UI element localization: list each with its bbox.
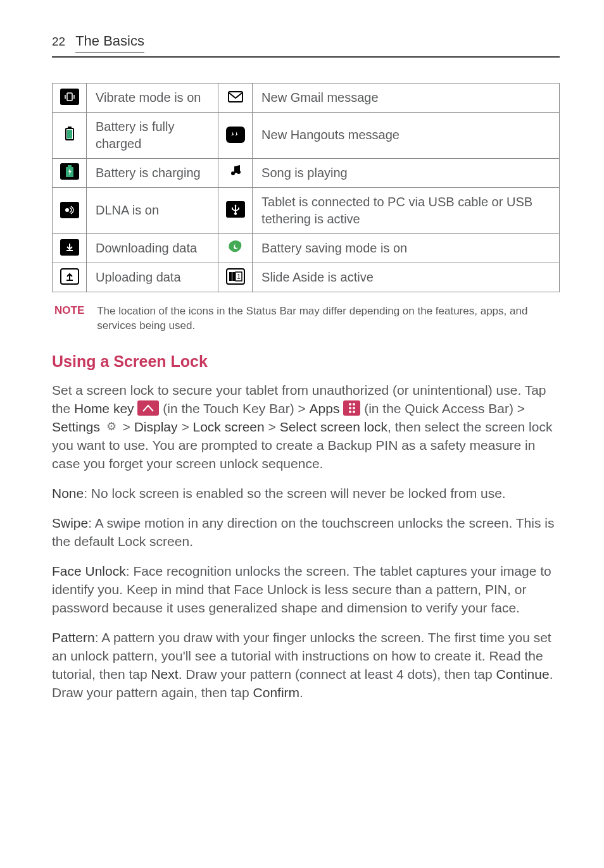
svg-rect-11	[232, 272, 235, 281]
svg-rect-3	[229, 92, 242, 102]
table-row: DLNA is onTablet is connected to PC via …	[53, 187, 560, 233]
option-label: Swipe	[52, 516, 88, 530]
option-label: Face Unlock	[52, 564, 126, 578]
usb-icon	[218, 187, 253, 233]
svg-rect-6	[67, 130, 72, 139]
icon-description: New Gmail message	[253, 83, 560, 112]
next-label: Next	[151, 667, 178, 681]
option-face-unlock: Face Unlock: Face recognition unlocks th…	[52, 562, 560, 617]
page-header: 22 The Basics	[52, 32, 560, 58]
option-text: : A swipe motion in any direction on the…	[52, 516, 554, 549]
continue-label: Continue	[496, 667, 550, 681]
option-swipe: Swipe: A swipe motion in any direction o…	[52, 514, 560, 551]
option-text: . Draw your pattern (connect at least 4 …	[179, 667, 496, 681]
note-text: The location of the icons in the Status …	[97, 304, 560, 334]
status-icons-table: Vibrate mode is onNew Gmail messageBatte…	[52, 83, 560, 292]
icon-description: DLNA is on	[87, 187, 218, 233]
apps-label: Apps	[310, 401, 340, 416]
confirm-label: Confirm	[253, 685, 300, 700]
icon-description: Uploading data	[87, 263, 218, 292]
intro-text: >	[268, 419, 280, 434]
icon-description: Battery saving mode is on	[253, 233, 560, 263]
display-label: Display	[134, 419, 178, 434]
lock-screen-label: Lock screen	[193, 419, 265, 434]
option-pattern: Pattern: A pattern you draw with your fi…	[52, 629, 560, 702]
settings-icon: ⚙	[104, 419, 119, 434]
svg-rect-10	[229, 272, 232, 281]
select-screen-lock-label: Select screen lock	[280, 419, 387, 434]
table-row: Battery is chargingSong is playing	[53, 158, 560, 187]
note-label: NOTE	[54, 304, 84, 334]
svg-rect-5	[68, 127, 72, 128]
slide-aside-icon: 1	[218, 263, 253, 292]
home-key-label: Home key	[74, 401, 134, 416]
option-text: : Face recognition unlocks the screen. T…	[52, 564, 551, 615]
svg-point-9	[65, 208, 69, 212]
battery-full-icon	[53, 112, 87, 158]
settings-label: Settings	[52, 419, 100, 434]
icon-description: Vibrate mode is on	[87, 83, 218, 112]
option-label: None	[52, 486, 84, 500]
hangouts-icon	[218, 112, 253, 158]
music-icon	[218, 158, 253, 187]
icon-description: Song is playing	[253, 158, 560, 187]
battery-save-icon	[218, 233, 253, 263]
intro-text: (in the Quick Access Bar) >	[364, 401, 525, 416]
upload-icon	[53, 263, 87, 292]
option-text: .	[299, 685, 303, 700]
apps-icon	[343, 400, 360, 416]
option-text: : No lock screen is enabled so the scree…	[84, 486, 506, 500]
intro-text: (in the Touch Key Bar) >	[163, 401, 309, 416]
gmail-icon	[218, 83, 253, 112]
table-row: Downloading dataBattery saving mode is o…	[53, 233, 560, 263]
icon-description: New Hangouts message	[253, 112, 560, 158]
note-block: NOTE The location of the icons in the St…	[52, 304, 560, 334]
option-label: Pattern	[52, 630, 95, 645]
option-none: None: No lock screen is enabled so the s…	[52, 485, 560, 503]
svg-rect-0	[67, 93, 72, 101]
table-row: Uploading data1Slide Aside is active	[53, 263, 560, 292]
icon-description: Downloading data	[87, 233, 218, 263]
table-row: Battery is fully chargedNew Hangouts mes…	[53, 112, 560, 158]
dlna-icon	[53, 187, 87, 233]
table-row: Vibrate mode is onNew Gmail message	[53, 83, 560, 112]
icon-description: Battery is fully charged	[87, 112, 218, 158]
home-key-icon	[137, 400, 159, 416]
battery-charging-icon	[53, 158, 87, 187]
svg-rect-8	[68, 165, 72, 167]
download-icon	[53, 233, 87, 263]
page-number: 22	[52, 34, 65, 50]
svg-text:1: 1	[237, 273, 241, 280]
icon-description: Slide Aside is active	[253, 263, 560, 292]
intro-text: >	[123, 419, 134, 434]
icon-description: Battery is charging	[87, 158, 218, 187]
section-heading: Using a Screen Lock	[52, 351, 560, 373]
intro-paragraph: Set a screen lock to secure your tablet …	[52, 381, 560, 473]
vibrate-icon	[53, 83, 87, 112]
intro-text: >	[181, 419, 192, 434]
icon-description: Tablet is connected to PC via USB cable …	[253, 187, 560, 233]
chapter-title: The Basics	[75, 32, 144, 53]
